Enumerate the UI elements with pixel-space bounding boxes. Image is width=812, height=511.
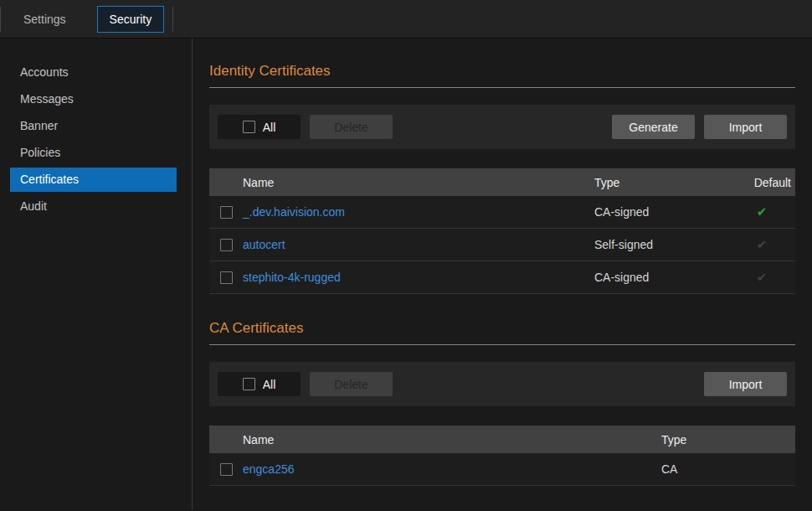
certificate-type: CA-signed (594, 205, 728, 219)
tab-security[interactable]: Security (97, 6, 165, 33)
delete-button[interactable]: Delete (310, 115, 393, 139)
sidebar-item-accounts[interactable]: Accounts (0, 60, 177, 85)
certificate-type: Self-signed (594, 238, 728, 251)
sidebar-item-certificates[interactable]: Certificates (10, 168, 177, 192)
ca-certificates-table: Name Type engca256 CA (209, 426, 795, 486)
select-all-label: All (263, 121, 276, 134)
identity-certificates-table: Name Type Default _.dev.haivision.com CA… (209, 168, 795, 294)
ca-import-button[interactable]: Import (704, 372, 787, 396)
ca-select-all-label: All (263, 378, 276, 391)
table-row: autocert Self-signed ✔ (209, 229, 795, 261)
select-all-checkbox[interactable] (243, 121, 255, 133)
header-default: Default (728, 176, 795, 189)
default-check-icon[interactable]: ✔ (757, 270, 768, 284)
ca-delete-button[interactable]: Delete (310, 372, 393, 396)
settings-sidebar: Accounts Messages Banner Policies Certif… (0, 39, 193, 510)
tab-settings[interactable]: Settings (11, 6, 79, 33)
row-checkbox[interactable] (220, 206, 233, 219)
ca-certificates-title: CA Certificates (209, 320, 795, 345)
tab-divider (0, 7, 1, 32)
certificate-link[interactable]: _.dev.haivision.com (243, 205, 345, 219)
ca-toolbar: All Delete Import (209, 362, 795, 406)
table-row: engca256 CA (209, 453, 795, 486)
table-header-row: Name Type (209, 426, 795, 453)
certificate-link[interactable]: autocert (243, 238, 285, 251)
default-check-icon[interactable]: ✔ (757, 237, 768, 251)
row-checkbox[interactable] (220, 271, 233, 284)
sidebar-item-audit[interactable]: Audit (0, 194, 177, 219)
row-checkbox[interactable] (220, 463, 233, 476)
certificate-type: CA (661, 462, 795, 476)
generate-button[interactable]: Generate (612, 115, 695, 139)
table-header-row: Name Type Default (209, 168, 795, 196)
import-button[interactable]: Import (704, 115, 787, 139)
sidebar-item-messages[interactable]: Messages (0, 87, 177, 111)
header-name: Name (243, 176, 594, 189)
table-row: stephito-4k-rugged CA-signed ✔ (209, 261, 795, 294)
certificate-link[interactable]: stephito-4k-rugged (243, 271, 341, 284)
identity-certificates-title: Identity Certificates (209, 63, 795, 88)
certificates-panel: Identity Certificates All Delete Generat… (193, 39, 812, 510)
identity-toolbar: All Delete Generate Import (209, 105, 795, 149)
row-checkbox[interactable] (220, 239, 233, 251)
default-check-icon[interactable]: ✔ (757, 204, 768, 219)
header-type: Type (661, 433, 795, 446)
select-all-button[interactable]: All (218, 115, 301, 139)
sidebar-item-policies[interactable]: Policies (0, 141, 177, 165)
ca-select-all-button[interactable]: All (218, 372, 301, 396)
ca-select-all-checkbox[interactable] (243, 378, 255, 390)
header-name: Name (243, 433, 661, 446)
sidebar-item-banner[interactable]: Banner (0, 114, 177, 138)
certificate-type: CA-signed (594, 271, 728, 284)
tab-divider (172, 7, 173, 32)
top-tab-bar: Settings Security (0, 0, 812, 39)
table-row: _.dev.haivision.com CA-signed ✔ (209, 196, 795, 229)
header-type: Type (594, 176, 728, 189)
certificate-link[interactable]: engca256 (243, 462, 295, 476)
